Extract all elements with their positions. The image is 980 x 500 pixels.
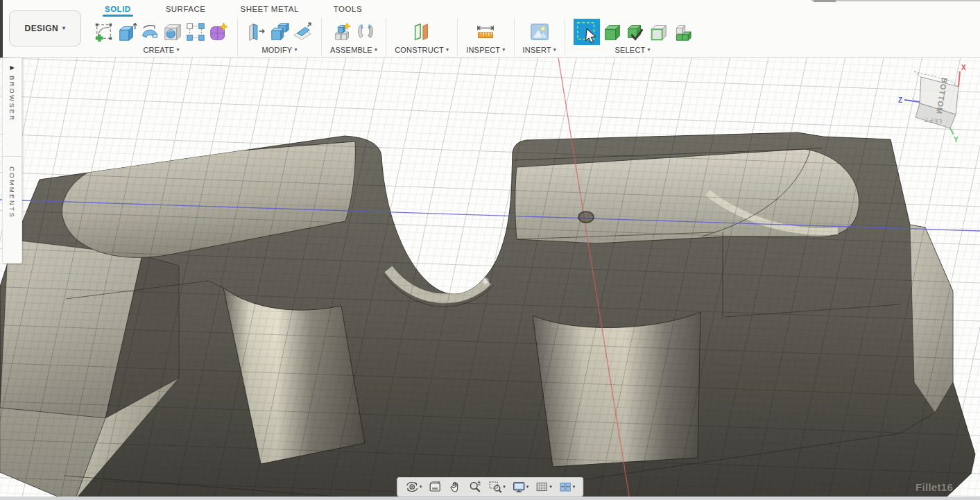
insert-dropdown[interactable]: INSERT▾ [523, 46, 557, 54]
viewcube-y-label: Y [954, 136, 958, 144]
grid-settings-button[interactable]: ▾ [533, 480, 553, 494]
chevron-down-icon: ▾ [375, 47, 377, 53]
display-settings-button[interactable]: ▾ [510, 480, 531, 494]
select-priority-component-icon[interactable] [671, 21, 691, 42]
group-assemble: ASSEMBLE▾ [327, 17, 381, 54]
tab-bar: SOLID SURFACE SHEET METAL TOOLS [103, 0, 364, 17]
feature-status-label: Fillet16 [915, 481, 953, 493]
viewcube-x-label: X [961, 64, 966, 71]
group-select: SELECT▾ [570, 17, 695, 54]
grid-settings-icon [535, 480, 549, 494]
joint-icon[interactable] [355, 21, 376, 42]
new-component-icon[interactable] [332, 21, 353, 42]
display-settings-icon [512, 480, 526, 494]
zoom-button[interactable] [467, 480, 483, 494]
model-shading [0, 321, 980, 500]
tab-solid[interactable]: SOLID [103, 0, 133, 17]
group-construct: CONSTRUCT▾ [391, 17, 452, 54]
chevron-down-icon: ▾ [647, 47, 650, 53]
orbit-button[interactable]: ▾ [404, 480, 424, 494]
select-dropdown[interactable]: SELECT▾ [614, 46, 650, 54]
modify-dropdown[interactable]: MODIFY▾ [261, 46, 297, 54]
window-edge-bottom [0, 497, 980, 500]
fit-view-icon [488, 480, 502, 494]
viewport-canvas[interactable]: BOTTOM LEFT X Y Z [0, 58, 980, 500]
chevron-down-icon: ▾ [446, 47, 449, 53]
fusion-window: BOTTOM LEFT X Y Z SOLID SURFACE SHEET ME… [0, 0, 980, 500]
construct-dropdown[interactable]: CONSTRUCT▾ [395, 46, 449, 54]
group-inspect: INSPECT▾ [463, 17, 508, 54]
create-form-icon[interactable] [208, 21, 229, 42]
group-insert: INSERT▾ [519, 17, 560, 54]
chevron-down-icon: ▾ [420, 484, 422, 490]
split-body-icon[interactable] [292, 21, 313, 42]
construction-plane-icon[interactable] [411, 21, 432, 42]
combine-icon[interactable] [269, 21, 290, 42]
browser-panel-collapsed[interactable]: ▶ BROWSER [2, 58, 22, 157]
group-create: CREATE▾ [90, 17, 232, 54]
group-separator [514, 18, 515, 56]
rectangular-pattern-icon[interactable] [185, 21, 206, 42]
select-priority-face-icon[interactable] [648, 21, 669, 42]
extrude-icon[interactable] [117, 21, 137, 42]
group-separator [386, 18, 386, 56]
viewcube-z-label: Z [898, 96, 902, 104]
group-separator [565, 18, 565, 56]
viewports-button[interactable]: ▾ [557, 480, 577, 494]
toolbar-groups: CREATE▾ MODIFY▾ ASSEMBLE▾ [90, 17, 695, 56]
group-separator [237, 18, 238, 56]
expand-arrow-icon: ▶ [10, 64, 14, 71]
window-edge-top-handle [814, 0, 836, 2]
assemble-dropdown[interactable]: ASSEMBLE▾ [330, 46, 377, 54]
chevron-down-icon: ▾ [294, 47, 297, 53]
fit-view-button[interactable]: ▾ [487, 480, 507, 494]
press-pull-icon[interactable] [246, 21, 267, 42]
browser-panel-label: BROWSER [8, 76, 16, 122]
view-navigation-bar: ▾ ▾ ▾ ▾ ▾ [397, 477, 584, 497]
chevron-down-icon: ▾ [549, 484, 552, 490]
chevron-down-icon: ▾ [502, 47, 505, 53]
window-edge-top [811, 0, 980, 1]
look-at-button[interactable] [427, 480, 443, 494]
tab-sheet-metal[interactable]: SHEET METAL [238, 0, 300, 17]
hole-icon[interactable] [162, 21, 183, 42]
select-body-icon[interactable] [602, 21, 623, 42]
revolve-icon[interactable] [139, 21, 160, 42]
window-edge-left [0, 0, 3, 58]
pan-icon [448, 480, 462, 494]
chevron-down-icon: ▾ [526, 484, 529, 490]
insert-canvas-icon[interactable] [529, 21, 550, 42]
select-priority-body-icon[interactable] [625, 21, 646, 42]
comments-panel-collapsed[interactable]: COMMENTS [2, 157, 22, 264]
viewports-icon [558, 480, 572, 494]
measure-icon[interactable] [475, 21, 496, 42]
chevron-down-icon: ▾ [503, 484, 506, 490]
origin-point[interactable] [578, 212, 594, 223]
design-menu-button[interactable]: DESIGN ▾ [9, 10, 81, 46]
look-at-icon [428, 480, 442, 494]
zoom-icon [468, 480, 482, 494]
window-select-icon[interactable] [574, 19, 600, 45]
chevron-down-icon: ▾ [553, 47, 556, 53]
chevron-down-icon: ▾ [573, 484, 576, 490]
comments-panel-label: COMMENTS [8, 166, 16, 218]
create-dropdown[interactable]: CREATE▾ [143, 46, 179, 54]
group-separator [321, 18, 322, 56]
design-menu-label: DESIGN [25, 24, 58, 33]
tab-tools[interactable]: TOOLS [332, 0, 364, 17]
inspect-dropdown[interactable]: INSPECT▾ [466, 46, 505, 54]
chevron-down-icon: ▾ [176, 47, 179, 53]
group-modify: MODIFY▾ [243, 17, 316, 54]
tab-surface[interactable]: SURFACE [164, 0, 208, 17]
orbit-icon [405, 480, 419, 494]
pan-button[interactable] [447, 480, 463, 494]
chevron-down-icon: ▾ [62, 26, 65, 31]
top-toolbar: SOLID SURFACE SHEET METAL TOOLS DESIGN ▾ [0, 0, 980, 58]
group-separator [457, 18, 458, 56]
create-sketch-icon[interactable] [94, 21, 114, 42]
